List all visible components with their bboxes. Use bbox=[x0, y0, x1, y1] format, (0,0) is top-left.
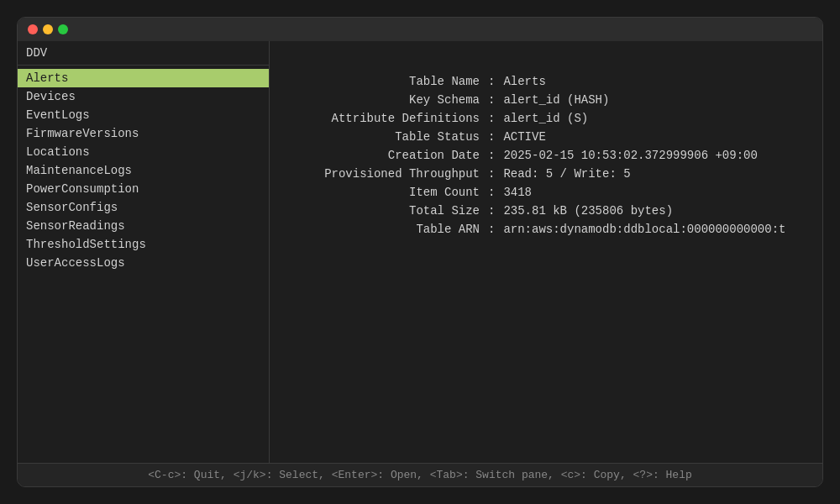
sidebar-item-useraccesslogs[interactable]: UserAccessLogs bbox=[18, 254, 269, 272]
traffic-lights bbox=[28, 24, 68, 34]
detail-value: arn:aws:dynamodb:ddblocal:000000000000:t bbox=[503, 223, 785, 236]
detail-row: Item Count:3418 bbox=[295, 186, 797, 199]
minimize-button[interactable] bbox=[43, 24, 53, 34]
detail-colon: : bbox=[488, 223, 503, 236]
sidebar: DDV AlertsDevicesEventLogsFirmwareVersio… bbox=[18, 41, 270, 463]
detail-value: Read: 5 / Write: 5 bbox=[503, 167, 630, 181]
detail-value: 3418 bbox=[503, 186, 532, 199]
sidebar-item-devices[interactable]: Devices bbox=[18, 87, 269, 106]
detail-label: Table ARN bbox=[295, 223, 488, 236]
detail-colon: : bbox=[488, 186, 503, 199]
detail-value: Alerts bbox=[503, 75, 545, 88]
title-bar bbox=[18, 18, 822, 41]
detail-label: Table Status bbox=[295, 130, 488, 144]
detail-row: Table ARN:arn:aws:dynamodb:ddblocal:0000… bbox=[295, 223, 797, 236]
detail-row: Table Status:ACTIVE bbox=[295, 130, 797, 144]
status-bar: <C-c>: Quit, <j/k>: Select, <Enter>: Ope… bbox=[18, 463, 822, 486]
detail-colon: : bbox=[488, 130, 503, 144]
close-button[interactable] bbox=[28, 24, 38, 34]
app-window: DDV AlertsDevicesEventLogsFirmwareVersio… bbox=[17, 17, 823, 487]
detail-value: alert_id (HASH) bbox=[503, 93, 609, 107]
detail-row: Attribute Definitions:alert_id (S) bbox=[295, 112, 797, 125]
sidebar-list: AlertsDevicesEventLogsFirmwareVersionsLo… bbox=[18, 66, 269, 463]
detail-value: 235.81 kB (235806 bytes) bbox=[503, 204, 673, 218]
detail-row: Table Name:Alerts bbox=[295, 75, 797, 88]
sidebar-item-sensorreadings[interactable]: SensorReadings bbox=[18, 217, 269, 235]
sidebar-item-thresholdsettings[interactable]: ThresholdSettings bbox=[18, 235, 269, 254]
detail-colon: : bbox=[488, 75, 503, 88]
sidebar-item-alerts[interactable]: Alerts bbox=[18, 69, 269, 87]
detail-table: Table Name:AlertsKey Schema:alert_id (HA… bbox=[295, 75, 797, 241]
status-bar-text: <C-c>: Quit, <j/k>: Select, <Enter>: Ope… bbox=[148, 469, 692, 481]
sidebar-item-sensorconfigs[interactable]: SensorConfigs bbox=[18, 198, 269, 217]
sidebar-header: DDV bbox=[18, 41, 269, 66]
detail-value: 2025-02-15 10:53:02.372999906 +09:00 bbox=[503, 149, 757, 162]
detail-label: Total Size bbox=[295, 204, 488, 218]
detail-row: Creation Date:2025-02-15 10:53:02.372999… bbox=[295, 149, 797, 162]
sidebar-item-maintenancelogs[interactable]: MaintenanceLogs bbox=[18, 161, 269, 180]
detail-label: Creation Date bbox=[295, 149, 488, 162]
detail-row: Provisioned Throughput:Read: 5 / Write: … bbox=[295, 167, 797, 181]
detail-colon: : bbox=[488, 112, 503, 125]
sidebar-item-eventlogs[interactable]: EventLogs bbox=[18, 106, 269, 124]
sidebar-item-powerconsumption[interactable]: PowerConsumption bbox=[18, 180, 269, 198]
main-content: DDV AlertsDevicesEventLogsFirmwareVersio… bbox=[18, 41, 822, 463]
detail-colon: : bbox=[488, 204, 503, 218]
detail-value: alert_id (S) bbox=[503, 112, 588, 125]
sidebar-item-locations[interactable]: Locations bbox=[18, 143, 269, 161]
detail-value: ACTIVE bbox=[503, 130, 545, 144]
detail-panel: Table Name:AlertsKey Schema:alert_id (HA… bbox=[270, 41, 822, 463]
detail-label: Key Schema bbox=[295, 93, 488, 107]
sidebar-item-firmwareversions[interactable]: FirmwareVersions bbox=[18, 124, 269, 143]
detail-label: Attribute Definitions bbox=[295, 112, 488, 125]
detail-colon: : bbox=[488, 93, 503, 107]
detail-colon: : bbox=[488, 149, 503, 162]
detail-colon: : bbox=[488, 167, 503, 181]
detail-label: Table Name bbox=[295, 75, 488, 88]
detail-row: Key Schema:alert_id (HASH) bbox=[295, 93, 797, 107]
detail-label: Provisioned Throughput bbox=[295, 167, 488, 181]
maximize-button[interactable] bbox=[58, 24, 68, 34]
detail-row: Total Size:235.81 kB (235806 bytes) bbox=[295, 204, 797, 218]
detail-label: Item Count bbox=[295, 186, 488, 199]
